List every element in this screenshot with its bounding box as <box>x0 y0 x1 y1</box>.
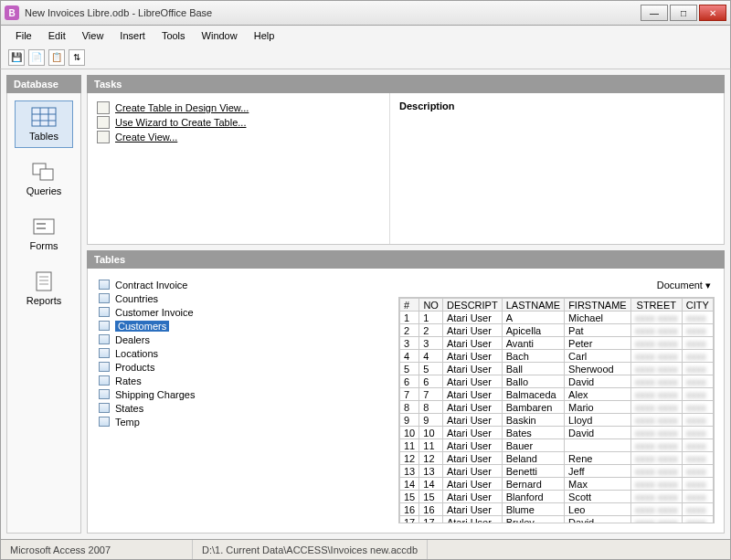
cell-street: xxxx xxxx <box>630 503 682 516</box>
table-item[interactable]: Rates <box>97 374 389 387</box>
table-row[interactable]: 1212Atari UserBelandRenexxxx xxxxxxxx <box>400 452 714 465</box>
tables-header: Tables <box>87 250 725 269</box>
sidebar-body: Tables Queries Forms Reports <box>6 93 81 534</box>
toolbar-save-icon[interactable]: 💾 <box>8 49 25 66</box>
table-row[interactable]: 1414Atari UserBernardMaxxxxx xxxxxxxx <box>400 478 714 491</box>
table-item[interactable]: Customers <box>97 319 389 333</box>
cell-city: xxxx <box>682 414 713 427</box>
minimize-button[interactable]: — <box>641 5 668 21</box>
column-header[interactable]: CITY <box>682 299 713 312</box>
table-row[interactable]: 1717Atari UserBruleyDavidxxxx xxxxxxxx <box>400 516 714 524</box>
table-item[interactable]: Contract Invoice <box>97 278 389 291</box>
task-create-table-design[interactable]: Create Table in Design View... <box>97 100 380 115</box>
cell-city: xxxx <box>682 478 713 491</box>
cell-city: xxxx <box>682 427 713 439</box>
cell-lastname: Bach <box>502 350 564 363</box>
cell-rownum: 4 <box>400 350 419 363</box>
table-row[interactable]: 1010Atari UserBatesDavidxxxx xxxxxxxx <box>400 427 714 439</box>
table-item-label: Locations <box>115 348 158 359</box>
document-dropdown[interactable]: Document ▾ <box>398 278 715 297</box>
table-row[interactable]: 44Atari UserBachCarlxxxx xxxxxxxx <box>400 350 714 363</box>
tables-body: Contract InvoiceCountriesCustomer Invoic… <box>87 269 725 534</box>
cell-city: xxxx <box>682 516 713 524</box>
cell-no: 10 <box>419 427 443 439</box>
toolbar-sort-icon[interactable]: ⇅ <box>69 49 85 66</box>
sidebar-item-tables[interactable]: Tables <box>15 100 73 148</box>
cell-street: xxxx xxxx <box>630 363 682 375</box>
column-header[interactable]: NO <box>419 299 443 312</box>
cell-city: xxxx <box>682 375 713 388</box>
table-row[interactable]: 1515Atari UserBlanfordScottxxxx xxxxxxxx <box>400 491 714 503</box>
menu-view[interactable]: View <box>75 28 111 43</box>
table-item[interactable]: Shipping Charges <box>97 387 389 401</box>
table-row[interactable]: 11Atari UserAMichaelxxxx xxxxxxxx <box>400 312 714 324</box>
status-left: Microsoft Access 2007 <box>1 540 193 559</box>
task-wizard-create-table[interactable]: Use Wizard to Create Table... <box>97 115 380 130</box>
column-header[interactable]: LASTNAME <box>502 299 564 312</box>
table-row[interactable]: 22Atari UserApicellaPatxxxx xxxxxxxx <box>400 324 714 337</box>
cell-firstname: David <box>565 427 631 439</box>
menu-tools[interactable]: Tools <box>154 28 193 43</box>
cell-descript: Atari User <box>442 439 502 452</box>
table-item[interactable]: Locations <box>97 346 389 360</box>
cell-firstname: Leo <box>565 503 631 516</box>
column-header[interactable]: DESCRIPT <box>442 299 502 312</box>
cell-rownum: 15 <box>400 491 419 503</box>
table-row[interactable]: 88Atari UserBambarenMarioxxxx xxxxxxxx <box>400 401 714 414</box>
table-item[interactable]: States <box>97 401 389 415</box>
menu-window[interactable]: Window <box>195 28 245 43</box>
sidebar-item-forms[interactable]: Forms <box>15 210 73 258</box>
close-button[interactable]: ✕ <box>699 5 726 21</box>
column-header[interactable]: # <box>400 299 419 312</box>
menu-edit[interactable]: Edit <box>41 28 73 43</box>
cell-firstname: Max <box>565 478 631 491</box>
table-item[interactable]: Products <box>97 360 389 374</box>
cell-firstname: Sherwood <box>565 363 631 375</box>
table-item[interactable]: Temp <box>97 415 389 428</box>
column-header[interactable]: FIRSTNAME <box>565 299 631 312</box>
cell-city: xxxx <box>682 491 713 503</box>
menu-insert[interactable]: Insert <box>112 28 153 43</box>
maximize-button[interactable]: □ <box>670 5 697 21</box>
table-item[interactable]: Dealers <box>97 333 389 346</box>
table-row[interactable]: 1111Atari UserBauerxxxx xxxxxxxx <box>400 439 714 452</box>
cell-no: 17 <box>419 516 443 524</box>
reports-icon <box>31 271 57 291</box>
cell-lastname: A <box>502 312 564 324</box>
table-row[interactable]: 1616Atari UserBlumeLeoxxxx xxxxxxxx <box>400 503 714 516</box>
cell-descript: Atari User <box>442 516 502 524</box>
cell-no: 2 <box>419 324 443 337</box>
cell-firstname: David <box>565 516 631 524</box>
cell-lastname: Bernard <box>502 478 564 491</box>
cell-descript: Atari User <box>442 452 502 465</box>
svg-rect-8 <box>37 223 46 225</box>
table-row[interactable]: 33Atari UserAvantiPeterxxxx xxxxxxxx <box>400 337 714 350</box>
cell-firstname: Pat <box>565 324 631 337</box>
table-row[interactable]: 66Atari UserBalloDavidxxxx xxxxxxxx <box>400 375 714 388</box>
menu-file[interactable]: File <box>8 28 39 43</box>
toolbar-copy-icon[interactable]: 📄 <box>28 49 45 66</box>
menubar: File Edit View Insert Tools Window Help <box>0 26 731 46</box>
table-item[interactable]: Countries <box>97 291 389 305</box>
preview-grid-wrap[interactable]: #NODESCRIPTLASTNAMEFIRSTNAMESTREETCITY 1… <box>398 297 715 523</box>
table-item[interactable]: Customer Invoice <box>97 305 389 319</box>
menu-help[interactable]: Help <box>247 28 282 43</box>
table-row[interactable]: 1313Atari UserBenettiJeffxxxx xxxxxxxx <box>400 465 714 478</box>
table-row[interactable]: 55Atari UserBallSherwoodxxxx xxxxxxxx <box>400 363 714 375</box>
toolbar-paste-icon[interactable]: 📋 <box>48 49 65 66</box>
table-row[interactable]: 77Atari UserBalmacedaAlexxxxx xxxxxxxx <box>400 388 714 401</box>
cell-rownum: 5 <box>400 363 419 375</box>
sidebar-item-reports[interactable]: Reports <box>15 265 73 312</box>
tasks-panel: Tasks Create Table in Design View... Use… <box>87 75 725 245</box>
sidebar-item-queries[interactable]: Queries <box>15 155 73 203</box>
cell-descript: Atari User <box>442 337 502 350</box>
description-label: Description <box>399 100 455 111</box>
column-header[interactable]: STREET <box>630 299 682 312</box>
table-row[interactable]: 99Atari UserBaskinLloydxxxx xxxxxxxx <box>400 414 714 427</box>
cell-rownum: 2 <box>400 324 419 337</box>
tasks-header: Tasks <box>87 75 725 93</box>
cell-descript: Atari User <box>442 375 502 388</box>
task-create-view[interactable]: Create View... <box>97 130 380 144</box>
cell-city: xxxx <box>682 503 713 516</box>
cell-lastname: Apicella <box>502 324 564 337</box>
